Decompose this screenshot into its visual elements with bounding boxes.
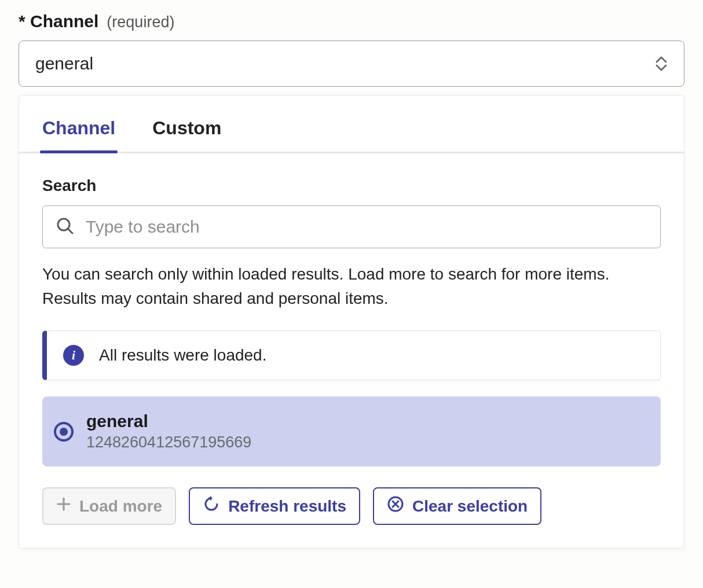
info-banner-text: All results were loaded. — [99, 346, 266, 365]
refresh-icon — [203, 495, 220, 517]
actions-row: Load more Refresh results — [42, 487, 661, 525]
channel-select-value: general — [35, 54, 93, 74]
search-help-text: You can search only within loaded result… — [42, 262, 661, 311]
tabs: Channel Custom — [19, 95, 684, 153]
search-label: Search — [42, 177, 661, 195]
search-field[interactable] — [42, 205, 661, 248]
result-name: general — [86, 411, 251, 431]
tab-custom[interactable]: Custom — [152, 95, 221, 152]
info-icon: i — [63, 345, 84, 366]
field-label: * Channel — [19, 12, 98, 31]
channel-select[interactable]: general — [19, 41, 684, 87]
result-text: general 1248260412567195669 — [86, 411, 251, 451]
refresh-results-button[interactable]: Refresh results — [189, 487, 360, 525]
clear-label: Clear selection — [412, 497, 528, 516]
panel-body: Search You can search only within loaded… — [19, 153, 684, 525]
info-banner: i All results were loaded. — [42, 330, 661, 380]
chevron-up-down-icon — [655, 56, 668, 71]
field-label-row: * Channel (required) — [19, 12, 684, 31]
svg-line-1 — [68, 229, 72, 233]
tab-channel[interactable]: Channel — [42, 95, 115, 152]
channel-result-item[interactable]: general 1248260412567195669 — [42, 396, 661, 466]
refresh-label: Refresh results — [228, 497, 346, 516]
search-icon — [56, 216, 74, 237]
clear-selection-button[interactable]: Clear selection — [373, 487, 541, 525]
plus-icon — [56, 497, 71, 516]
field-required-hint: (required) — [107, 13, 174, 31]
load-more-button: Load more — [42, 487, 176, 525]
result-id: 1248260412567195669 — [86, 433, 251, 451]
close-circle-icon — [387, 495, 404, 517]
search-input[interactable] — [86, 217, 647, 237]
load-more-label: Load more — [79, 497, 162, 516]
radio-selected-icon — [54, 422, 74, 442]
channel-dropdown-panel: Channel Custom Search You can search onl… — [19, 95, 684, 549]
